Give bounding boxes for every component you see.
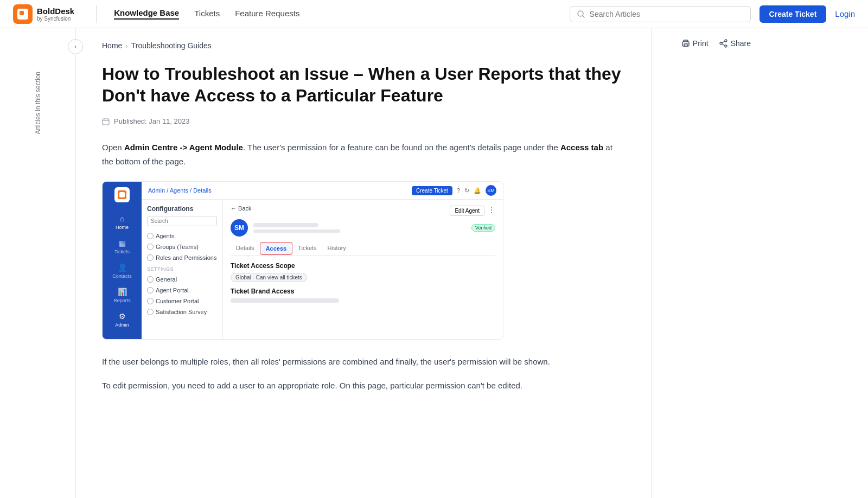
svg-point-12 (720, 42, 722, 44)
fake-scope-badge: Global - Can view all tickets (231, 273, 307, 282)
search-box[interactable] (570, 6, 751, 22)
fake-app-ui: ⌂ Home ▦ Tickets 👤 Contacts 📊 (103, 182, 503, 339)
fake-icon-bell: 🔔 (474, 187, 481, 194)
fake-nav-admin: ⚙ Admin (103, 309, 142, 331)
share-button[interactable]: Share (719, 39, 751, 48)
fake-content-wrap: Configurations Agents Groups (Teams) (142, 200, 503, 339)
search-input[interactable] (590, 10, 744, 18)
fake-tab-tickets: Tickets (292, 242, 322, 255)
sidebar-left: › Articles in this section (0, 28, 76, 498)
fake-tab-history: History (322, 242, 352, 255)
action-row: Print Share (660, 39, 751, 48)
nav-links: Knowledge Base Tickets Feature Requests (114, 8, 299, 20)
breadcrumb-home[interactable]: Home (102, 41, 122, 50)
fake-edit-btn: Edit Agent (450, 206, 484, 216)
svg-rect-2 (20, 11, 24, 15)
fake-back-btn: ← Back (231, 205, 252, 212)
fake-section-access-scope: Ticket Access Scope (231, 262, 495, 270)
fake-left-panel: Configurations Agents Groups (Teams) (142, 200, 223, 339)
print-label: Print (693, 39, 709, 48)
share-label: Share (731, 39, 751, 48)
create-ticket-button[interactable]: Create Ticket (760, 5, 827, 23)
nav-divider (96, 5, 97, 23)
fake-brand-blur (231, 298, 339, 303)
fake-menu-roles: Roles and Permissions (147, 252, 217, 263)
fake-section-brand-access: Ticket Brand Access (231, 288, 495, 295)
fake-nav-tickets: ▦ Tickets (103, 235, 142, 258)
svg-point-11 (725, 45, 727, 47)
sidebar-toggle[interactable]: › (68, 39, 83, 54)
nav-tickets[interactable]: Tickets (194, 9, 220, 19)
breadcrumb: Home › Troubleshooting Guides (102, 41, 625, 50)
fake-verified-badge: Verified (471, 224, 495, 232)
chevron-right-icon: › (74, 43, 76, 50)
article-published-date: Published: Jan 11, 2023 (114, 117, 190, 125)
calendar-icon (102, 118, 110, 125)
svg-point-10 (725, 40, 727, 42)
fake-menu-agent-portal: Agent Portal (147, 285, 217, 296)
fake-settings-label: SETTINGS (147, 266, 217, 272)
fake-avatar: SM (231, 219, 248, 237)
fake-right-panel: ← Back Edit Agent ⋮ SM (223, 200, 503, 339)
fake-topbar: Admin / Agents / Details Create Ticket ?… (142, 182, 503, 200)
fake-icon-refresh: ↻ (464, 187, 469, 194)
logo-brand: BoldDesk (37, 7, 74, 16)
sidebar-right: Print Share (651, 28, 760, 498)
breadcrumb-section: Troubleshooting Guides (131, 41, 212, 50)
fake-app-main: Admin / Agents / Details Create Ticket ?… (142, 182, 503, 339)
search-icon (577, 10, 585, 18)
article-paragraph-3: To edit permission, you need to add a us… (102, 379, 625, 393)
fake-user-avatar: SM (486, 185, 496, 196)
print-icon (681, 39, 690, 48)
login-button[interactable]: Login (835, 9, 855, 18)
fake-app-breadcrumb: Admin / Agents / Details (148, 187, 212, 194)
article-bold-1: Admin Centre -> Agent Module (124, 143, 243, 152)
nav-knowledge-base[interactable]: Knowledge Base (114, 8, 179, 20)
article-paragraph-2: If the user belongs to multiple roles, t… (102, 355, 625, 369)
fake-app-sidebar: ⌂ Home ▦ Tickets 👤 Contacts 📊 (103, 182, 142, 339)
fake-panel-title: Configurations (147, 205, 217, 213)
fake-menu-customer-portal: Customer Portal (147, 296, 217, 307)
fake-nav-contacts: 👤 Contacts (103, 260, 142, 282)
fake-nav-reports: 📊 Reports (103, 284, 142, 307)
share-icon (719, 39, 728, 48)
breadcrumb-separator: › (125, 42, 127, 50)
sidebar-section-label: Articles in this section (34, 72, 42, 134)
fake-agent-name (253, 223, 318, 227)
main-content: Home › Troubleshooting Guides How to Tro… (76, 28, 651, 498)
fake-icon-help: ? (457, 187, 460, 194)
fake-menu-agents: Agents (147, 231, 217, 241)
fake-logo (114, 187, 130, 202)
page-layout: › Articles in this section Home › Troubl… (0, 28, 868, 498)
svg-rect-8 (684, 44, 687, 46)
svg-rect-4 (103, 119, 109, 125)
fake-search-input (147, 216, 217, 226)
logo: BoldDesk by Syncfusion (13, 4, 74, 24)
nav-feature-requests[interactable]: Feature Requests (235, 9, 299, 19)
article-meta: Published: Jan 11, 2023 (102, 117, 625, 125)
logo-icon (13, 4, 33, 24)
fake-menu-groups: Groups (Teams) (147, 241, 217, 252)
navbar: BoldDesk by Syncfusion Knowledge Base Ti… (0, 0, 868, 28)
fake-create-btn: Create Ticket (412, 186, 452, 195)
fake-menu-general: General (147, 274, 217, 285)
fake-tabs: Details Access Tickets History (231, 242, 495, 256)
svg-point-9 (687, 43, 688, 43)
nav-right: Create Ticket Login (570, 5, 855, 23)
fake-agent-header: SM Verified (231, 219, 495, 237)
svg-rect-6 (119, 192, 125, 197)
fake-menu-satisfaction: Satisfaction Survey (147, 307, 217, 317)
article-title: How to Troubleshoot an Issue – When a Us… (102, 63, 625, 106)
fake-tab-details: Details (231, 242, 260, 255)
logo-sub: by Syncfusion (37, 16, 74, 22)
article-screenshot: ⌂ Home ▦ Tickets 👤 Contacts 📊 (102, 181, 503, 340)
fake-tab-access: Access (260, 242, 293, 255)
article-paragraph-1: Open Admin Centre -> Agent Module. The u… (102, 141, 625, 168)
article-body: Open Admin Centre -> Agent Module. The u… (102, 141, 625, 392)
article-bold-2: Access tab (560, 143, 603, 152)
fake-nav-home: ⌂ Home (103, 211, 142, 233)
fake-agent-email (253, 229, 340, 233)
print-button[interactable]: Print (681, 39, 709, 48)
fake-more-icon: ⋮ (488, 206, 495, 216)
